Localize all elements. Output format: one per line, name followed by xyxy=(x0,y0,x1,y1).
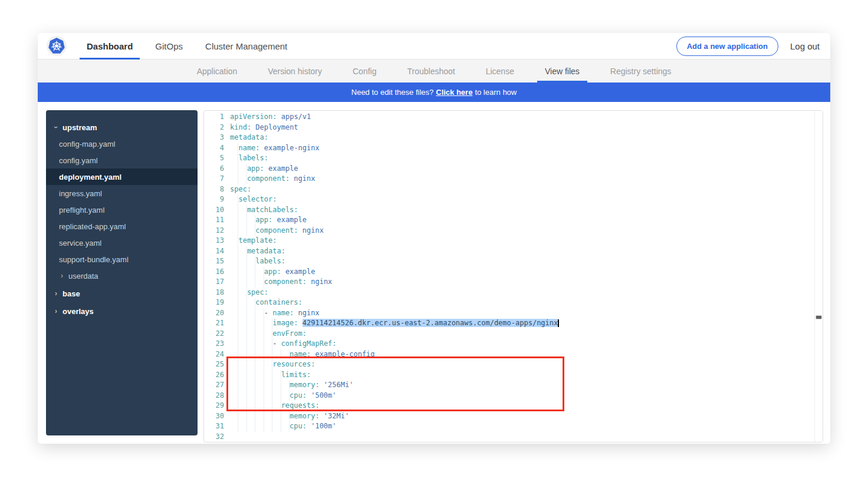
selected-text: 429114214526.dkr.ecr.us-east-2.amazonaws… xyxy=(303,319,558,327)
tree-file-deployment-yaml[interactable]: deployment.yaml xyxy=(46,169,198,185)
code-token: name: xyxy=(272,309,294,317)
tree-folder-upstream[interactable]: ›upstream xyxy=(46,119,198,136)
tree-file-replicated-app-yaml[interactable]: replicated-app.yaml xyxy=(46,218,198,235)
code-line-10[interactable]: 10matchLabels: xyxy=(204,205,814,216)
tab-registry-settings[interactable]: Registry settings xyxy=(603,60,679,82)
code-line-24[interactable]: 24name: example-config xyxy=(204,349,814,360)
tab-application[interactable]: Application xyxy=(189,60,245,82)
code-line-16[interactable]: 16app: example xyxy=(204,267,814,278)
indent-guide xyxy=(255,267,264,278)
nav-item-dashboard[interactable]: Dashboard xyxy=(80,33,140,59)
banner-text-prefix: Need to edit these files? xyxy=(351,88,433,97)
yaml-editor[interactable]: 1apiVersion: apps/v12kind: Deployment3me… xyxy=(203,110,823,443)
code-line-4[interactable]: 4name: example-nginx xyxy=(204,143,814,154)
add-application-button[interactable]: Add a new application xyxy=(676,37,778,56)
code-line-32[interactable]: 32 xyxy=(204,432,814,443)
code-line-25[interactable]: 25resources: xyxy=(204,359,814,370)
code-line-19[interactable]: 19containers: xyxy=(204,298,814,308)
indent-guide xyxy=(230,226,238,236)
tab-config[interactable]: Config xyxy=(345,60,384,82)
tab-version-history[interactable]: Version history xyxy=(260,60,330,82)
code-token: example xyxy=(264,164,298,173)
tab-troubleshoot[interactable]: Troubleshoot xyxy=(399,60,462,82)
indent-guide xyxy=(238,215,246,226)
code-line-13[interactable]: 13template: xyxy=(204,236,814,246)
indent-guide xyxy=(255,277,264,288)
line-number: 7 xyxy=(204,174,224,184)
code-line-27[interactable]: 27memory: '256Mi' xyxy=(204,380,814,391)
nav-item-cluster-management[interactable]: Cluster Management xyxy=(198,33,294,59)
indent-guide xyxy=(281,411,290,422)
indent-guide xyxy=(230,277,238,288)
line-number: 21 xyxy=(204,318,224,329)
code-line-14[interactable]: 14metadata: xyxy=(204,246,814,257)
code-line-15[interactable]: 15labels: xyxy=(204,256,814,267)
code-line-18[interactable]: 18spec: xyxy=(204,288,814,298)
tree-folder-overlays[interactable]: ›overlays xyxy=(46,303,198,319)
tree-file-ingress-yaml[interactable]: ingress.yaml xyxy=(46,185,198,202)
code-token: '32Mi' xyxy=(320,412,350,420)
code-line-30[interactable]: 30memory: '32Mi' xyxy=(204,411,814,422)
code-line-26[interactable]: 26limits: xyxy=(204,370,814,381)
code-line-29[interactable]: 29requests: xyxy=(204,401,814,411)
indent-guide xyxy=(281,380,290,391)
tree-file-support-bundle-yaml[interactable]: support-bundle.yaml xyxy=(46,251,198,268)
code-token: example-config xyxy=(311,350,374,358)
code-area[interactable]: 1apiVersion: apps/v12kind: Deployment3me… xyxy=(204,112,814,442)
code-line-21[interactable]: 21image: 429114214526.dkr.ecr.us-east-2.… xyxy=(204,318,814,329)
code-line-17[interactable]: 17component: nginx xyxy=(204,277,814,288)
indent-guide xyxy=(230,236,238,246)
indent-guide xyxy=(281,349,290,360)
editor-scrollbar-track[interactable] xyxy=(814,111,823,442)
editor-scrollbar-thumb[interactable] xyxy=(816,316,821,319)
indent-guide xyxy=(272,421,281,432)
code-token: - xyxy=(272,339,281,348)
line-number: 30 xyxy=(204,411,224,422)
code-line-31[interactable]: 31cpu: '100m' xyxy=(204,421,814,432)
code-line-22[interactable]: 22envFrom: xyxy=(204,329,814,339)
code-line-12[interactable]: 12component: nginx xyxy=(204,226,814,236)
code-token: limits: xyxy=(281,371,311,379)
tree-file-preflight-yaml[interactable]: preflight.yaml xyxy=(46,202,198,218)
indent-guide xyxy=(264,318,272,329)
code-token: cpu: xyxy=(290,422,307,430)
code-line-8[interactable]: 8spec: xyxy=(204,184,814,195)
tree-folder-base[interactable]: ›base xyxy=(46,285,198,302)
indent-guide xyxy=(238,349,246,360)
code-line-2[interactable]: 2kind: Deployment xyxy=(204,123,814,133)
tab-view-files[interactable]: View files xyxy=(537,60,587,82)
code-line-3[interactable]: 3metadata: xyxy=(204,133,814,143)
tree-file-config-map-yaml[interactable]: config-map.yaml xyxy=(46,136,198,152)
code-line-6[interactable]: 6app: example xyxy=(204,164,814,174)
tree-file-service-yaml[interactable]: service.yaml xyxy=(46,235,198,251)
line-number: 18 xyxy=(204,288,224,298)
tree-file-config-yaml[interactable]: config.yaml xyxy=(46,152,198,169)
code-line-9[interactable]: 9selector: xyxy=(204,194,814,205)
indent-guide xyxy=(238,339,246,349)
code-line-7[interactable]: 7component: nginx xyxy=(204,174,814,184)
line-number: 13 xyxy=(204,236,224,246)
tab-license[interactable]: License xyxy=(478,60,522,82)
indent-guide xyxy=(272,380,281,391)
indent-guide xyxy=(230,194,238,205)
code-line-5[interactable]: 5labels: xyxy=(204,153,814,164)
code-line-1[interactable]: 1apiVersion: apps/v1 xyxy=(204,112,814,123)
indent-guide xyxy=(230,174,238,184)
banner-click-here-link[interactable]: Click here xyxy=(436,88,472,97)
indent-guide xyxy=(230,411,238,422)
tree-folder-userdata[interactable]: ›userdata xyxy=(46,268,198,284)
chevron-right-icon: › xyxy=(53,289,59,298)
logout-link[interactable]: Log out xyxy=(790,41,820,51)
indent-guide xyxy=(264,329,272,339)
indent-guide xyxy=(255,421,264,432)
header-actions: Add a new application Log out xyxy=(676,37,830,56)
code-line-23[interactable]: 23- configMapRef: xyxy=(204,339,814,349)
code-token: image: xyxy=(272,319,298,327)
code-line-28[interactable]: 28cpu: '500m' xyxy=(204,391,814,401)
indent-guide xyxy=(230,391,238,401)
nav-item-gitops[interactable]: GitOps xyxy=(148,33,190,59)
code-line-20[interactable]: 20- name: nginx xyxy=(204,308,814,319)
line-number: 20 xyxy=(204,308,224,319)
code-token: '256Mi' xyxy=(320,381,354,389)
code-line-11[interactable]: 11app: example xyxy=(204,215,814,226)
